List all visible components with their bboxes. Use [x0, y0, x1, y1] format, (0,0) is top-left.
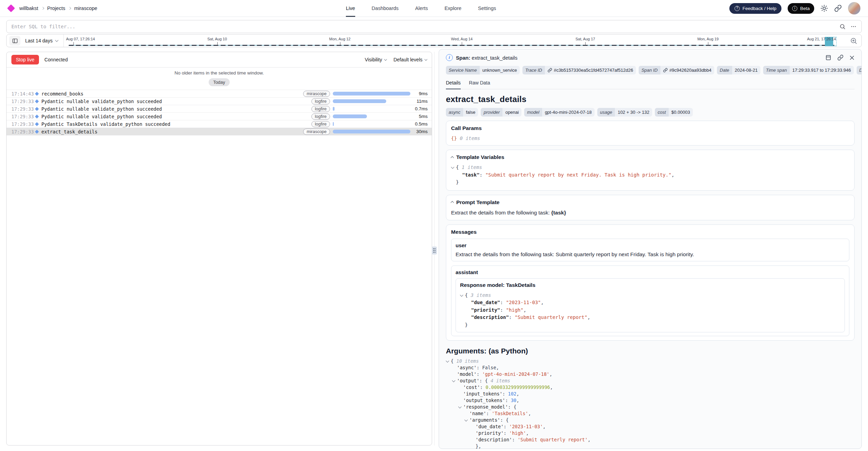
- span-diamond-icon: [35, 130, 39, 133]
- beta-badge[interactable]: i Beta: [788, 3, 814, 14]
- expand-chevron-icon[interactable]: [446, 358, 451, 364]
- info-icon: i: [446, 54, 453, 61]
- time-range-dropdown[interactable]: Last 14 days: [25, 38, 58, 43]
- assistant-role-label: assistant: [456, 269, 845, 275]
- expand-chevron-icon[interactable]: [459, 404, 463, 410]
- code-line: "description": "Submit quarterly report"…: [460, 314, 840, 321]
- log-row[interactable]: 17:29:33Pydantic nullable validate_pytho…: [7, 113, 432, 120]
- span-title-prefix: Span:: [456, 55, 470, 61]
- expand-chevron-icon[interactable]: [451, 164, 456, 171]
- empty-note: 0 items: [460, 136, 480, 141]
- sql-filter-bar: [6, 20, 862, 33]
- pill-value: unknown_service: [480, 66, 520, 74]
- code-line: 'priority': 'high',: [446, 430, 855, 437]
- span-title-name: extract_task_details: [472, 55, 518, 61]
- arguments-heading: Arguments: (as Python): [446, 347, 855, 355]
- pill-label: cost: [655, 108, 669, 117]
- logfire-logo-icon[interactable]: [7, 4, 15, 12]
- search-icon[interactable]: [839, 23, 846, 30]
- tab-live[interactable]: Live: [346, 0, 355, 17]
- code-line: { 10 items: [446, 358, 855, 364]
- tab-settings[interactable]: Settings: [478, 0, 496, 17]
- log-row[interactable]: 17:29:33Pydantic TaskDetails validate_py…: [7, 120, 432, 128]
- call-params-label: Call Params: [451, 125, 482, 131]
- code-line: 'due_date': '2023-11-03',: [446, 423, 855, 430]
- timeline-label: Mon, Aug 19: [697, 37, 719, 41]
- chevron-down-icon: [55, 39, 59, 42]
- span-heading: extract_task_details: [446, 94, 855, 104]
- pill-label: Trace ID: [522, 66, 545, 74]
- breadcrumb-projects[interactable]: Projects: [47, 6, 65, 11]
- copy-link-icon[interactable]: [837, 54, 844, 61]
- feedback-help-button[interactable]: ? Feedback / Help: [729, 3, 781, 14]
- tab-dashboards[interactable]: Dashboards: [372, 0, 399, 17]
- timeline-tick: [340, 42, 340, 46]
- stop-live-button[interactable]: Stop live: [11, 55, 39, 64]
- log-timestamp: 17:14:43: [11, 91, 33, 97]
- log-rows: 17:14:43recommend_booksmirascope9ms17:29…: [7, 90, 432, 136]
- chevron-right-icon: [68, 7, 71, 10]
- pill-usage: usage102 + 30 -> 132: [597, 108, 652, 117]
- code-line: "due_date": "2023-11-03",: [460, 299, 840, 307]
- more-options-icon[interactable]: [850, 23, 857, 30]
- side-panel-icon[interactable]: [825, 54, 831, 61]
- connection-status: Connected: [44, 57, 68, 62]
- code-line: }: [451, 179, 849, 186]
- pill-time-span: Time span17:29:33.917 to 17:29:33.946: [763, 66, 854, 74]
- close-icon[interactable]: [849, 55, 855, 60]
- pill-label: provider: [481, 108, 502, 117]
- span-diamond-icon: [35, 92, 39, 96]
- messages-card: Messages user Extract the details from t…: [446, 224, 855, 341]
- timeline-tick: [73, 42, 74, 46]
- visibility-dropdown[interactable]: Visibility: [365, 57, 387, 62]
- log-row[interactable]: 17:14:43recommend_booksmirascope9ms: [7, 90, 432, 98]
- pill-value: false: [463, 108, 478, 117]
- panel-resize-handle[interactable]: [432, 247, 437, 254]
- prompt-template-title[interactable]: Prompt Template: [451, 199, 849, 206]
- theme-toggle-icon[interactable]: [820, 4, 828, 12]
- pill-value: 102 + 30 -> 132: [615, 108, 652, 117]
- span-diamond-icon: [35, 107, 39, 111]
- log-row[interactable]: 17:29:33Pydantic nullable validate_pytho…: [7, 105, 432, 113]
- timeline-tick: [585, 42, 586, 46]
- tab-alerts[interactable]: Alerts: [415, 0, 428, 17]
- pill-label: usage: [597, 108, 615, 117]
- default-levels-dropdown[interactable]: Default levels: [393, 57, 427, 62]
- chevron-down-icon: [384, 58, 387, 60]
- sql-filter-input[interactable]: [11, 24, 835, 29]
- span-tab-details[interactable]: Details: [446, 80, 461, 89]
- prompt-variable: {task}: [551, 210, 566, 216]
- timeline-toolbar: Last 14 days Aug 07, 17:26:14Sat, Aug 10…: [6, 34, 862, 47]
- sidebar-toggle-icon[interactable]: [9, 36, 20, 46]
- tab-explore[interactable]: Explore: [445, 0, 461, 17]
- log-row[interactable]: 17:29:33Pydantic nullable validate_pytho…: [7, 98, 432, 105]
- template-variables-title[interactable]: Template Variables: [451, 154, 849, 160]
- avatar[interactable]: [848, 2, 860, 14]
- breadcrumb-project[interactable]: mirascope: [74, 6, 97, 11]
- code-line: { 1 items: [451, 164, 849, 171]
- assistant-message-card: assistant Response model: TaskDetails { …: [451, 265, 849, 337]
- span-tab-raw-data[interactable]: Raw Data: [469, 80, 490, 89]
- timeline-label: Wed, Aug 14: [451, 37, 473, 41]
- timeline-tick: [462, 42, 462, 46]
- link-icon[interactable]: [548, 68, 552, 72]
- pill-date: Date2024-08-21: [717, 66, 760, 74]
- timeline[interactable]: Aug 07, 17:26:14Sat, Aug 10Mon, Aug 12We…: [64, 34, 846, 47]
- beta-label: Beta: [800, 6, 810, 11]
- duration-bar-track: [333, 107, 410, 111]
- copy-link-icon[interactable]: [834, 4, 842, 12]
- breadcrumb-org[interactable]: willbakst: [19, 6, 38, 11]
- expand-chevron-icon[interactable]: [452, 378, 457, 384]
- link-icon[interactable]: [663, 68, 668, 72]
- duration-bar: [333, 107, 335, 111]
- log-row[interactable]: 17:29:33extract_task_detailsmirascope30m…: [7, 128, 432, 136]
- code-line: 'description': 'Submit quarterly report'…: [446, 437, 855, 443]
- pill-value: gpt-4o-mini-2024-07-18: [542, 108, 595, 117]
- duration-label: 0.7ms: [414, 106, 428, 111]
- expand-chevron-icon[interactable]: [465, 417, 469, 423]
- duration-bar-track: [333, 99, 410, 103]
- expand-chevron-icon[interactable]: [460, 292, 465, 299]
- code-line: 'async': False,: [446, 364, 855, 371]
- zoom-in-icon[interactable]: [846, 37, 861, 44]
- call-params-card: Call Params {} 0 items: [446, 121, 855, 146]
